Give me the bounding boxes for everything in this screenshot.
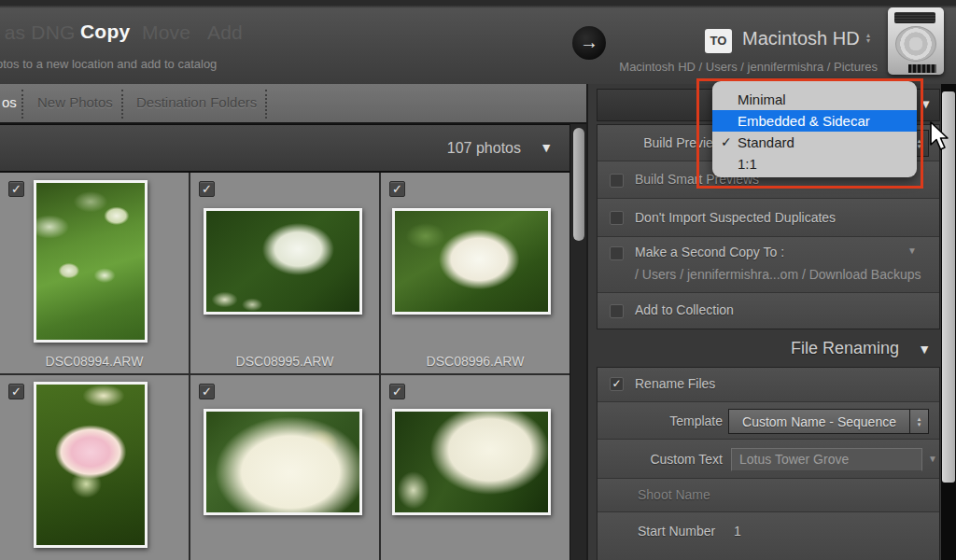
hdd-platter bbox=[895, 26, 936, 62]
destination-path: Macintosh HD / Users / jennifermishra / … bbox=[612, 60, 878, 74]
photo-thumbnail[interactable] bbox=[34, 180, 148, 343]
photo-include-checkbox[interactable]: ✓ bbox=[8, 181, 24, 197]
grid-scrollbar[interactable] bbox=[569, 124, 586, 560]
photo-thumbnail[interactable] bbox=[204, 409, 362, 515]
photo-thumbnail[interactable] bbox=[204, 208, 362, 315]
grid-header-bar: 107 photos ▼ bbox=[0, 124, 569, 173]
custom-text-label: Custom Text bbox=[650, 452, 723, 467]
second-copy-row: Make a Second Copy To : ▼ / Users / jenn… bbox=[598, 237, 939, 293]
photo-cell[interactable]: ✓ bbox=[381, 375, 569, 560]
second-copy-label: Make a Second Copy To : bbox=[635, 245, 784, 259]
photo-count: 107 photos bbox=[447, 140, 521, 157]
add-to-collection-label: Add to Collection bbox=[635, 302, 734, 317]
import-top-bar: y as DNG Copy Move Add otos to a new loc… bbox=[0, 0, 956, 84]
photo-include-checkbox[interactable]: ✓ bbox=[389, 181, 405, 197]
shoot-name-row: Shoot Name bbox=[598, 479, 939, 512]
rename-files-row: ✓ Rename Files bbox=[598, 368, 939, 402]
right-arrow-icon: → bbox=[580, 32, 598, 52]
forward-arrow-button[interactable]: → bbox=[572, 26, 606, 60]
photo-include-checkbox[interactable]: ✓ bbox=[199, 384, 215, 399]
template-label: Template bbox=[669, 413, 723, 428]
shoot-name-label: Shoot Name bbox=[638, 487, 710, 502]
template-dropdown[interactable]: Custom Name - Sequence ▴ ▾ bbox=[728, 409, 929, 434]
photo-include-checkbox[interactable]: ✓ bbox=[199, 181, 215, 197]
photo-filename: DSC08996.ARW bbox=[381, 354, 569, 369]
panel-scrollbar[interactable] bbox=[941, 84, 956, 560]
template-stepper-icon[interactable]: ▴ ▾ bbox=[909, 410, 928, 433]
template-row: Template Custom Name - Sequence ▴ ▾ bbox=[598, 402, 939, 440]
rename-files-checkbox[interactable]: ✓ bbox=[610, 377, 624, 391]
mode-move[interactable]: Move bbox=[142, 21, 190, 44]
to-badge: TO bbox=[705, 29, 732, 53]
second-copy-dropdown-triangle-icon[interactable]: ▼ bbox=[907, 245, 917, 256]
tab-new-photos[interactable]: New Photos bbox=[37, 94, 113, 110]
add-to-collection-checkbox[interactable] bbox=[610, 304, 624, 318]
file-renaming-disclosure-triangle-icon[interactable]: ▼ bbox=[918, 342, 931, 357]
mode-copy[interactable]: Copy bbox=[80, 21, 130, 43]
tab-divider bbox=[121, 90, 123, 119]
mode-copy-as-dng[interactable]: y as DNG bbox=[0, 21, 76, 44]
source-tab-strip: os New Photos Destination Folders bbox=[0, 84, 586, 124]
custom-text-dropdown-triangle-icon[interactable]: ▼ bbox=[928, 454, 937, 464]
photo-thumbnail[interactable] bbox=[34, 382, 148, 548]
rename-files-label: Rename Files bbox=[635, 376, 715, 391]
start-number-value[interactable]: 1 bbox=[734, 524, 741, 539]
file-renaming-header[interactable]: File Renaming ▼ bbox=[597, 331, 940, 367]
stepper-down-icon: ▾ bbox=[866, 38, 870, 44]
photo-cell[interactable]: ✓ DSC08995.ARW bbox=[190, 173, 379, 373]
check-icon: ✓ bbox=[392, 182, 402, 196]
dont-import-duplicates-label: Don't Import Suspected Duplicates bbox=[635, 210, 836, 225]
sort-dropdown-triangle-icon[interactable]: ▼ bbox=[540, 140, 553, 155]
file-renaming-group: ✓ Rename Files Template Custom Name - Se… bbox=[597, 367, 940, 560]
photo-filename: DSC08994.ARW bbox=[0, 354, 189, 369]
dont-import-duplicates-checkbox[interactable] bbox=[610, 211, 624, 225]
photo-cell[interactable]: ✓ DSC08994.ARW bbox=[0, 173, 189, 373]
file-renaming-title: File Renaming bbox=[791, 339, 899, 358]
start-number-label: Start Number bbox=[638, 524, 715, 539]
photo-include-checkbox[interactable]: ✓ bbox=[389, 384, 405, 399]
photo-grid: ✓ DSC08994.ARW ✓ DSC08995.ARW ✓ DSC08996… bbox=[0, 173, 569, 560]
photo-thumbnail[interactable] bbox=[392, 409, 551, 515]
tab-divider bbox=[21, 90, 23, 119]
photo-filename: DSC08995.ARW bbox=[190, 354, 379, 369]
check-icon: ✓ bbox=[202, 385, 212, 399]
photo-cell[interactable]: ✓ DSC08996.ARW bbox=[381, 173, 569, 373]
second-copy-path: / Users / jennifermishra...om / Download… bbox=[635, 267, 921, 282]
photo-cell[interactable]: ✓ bbox=[190, 375, 379, 560]
mouse-cursor bbox=[929, 121, 951, 153]
photo-cell[interactable]: ✓ bbox=[0, 375, 189, 560]
mode-description: otos to a new location and add to catalo… bbox=[0, 57, 217, 71]
stepper-down-icon: ▾ bbox=[918, 422, 921, 427]
mode-add[interactable]: Add bbox=[207, 21, 243, 44]
import-dialog: y as DNG Copy Move Add otos to a new loc… bbox=[0, 0, 956, 560]
check-icon: ✓ bbox=[612, 377, 621, 390]
check-icon: ✓ bbox=[202, 182, 212, 196]
custom-text-input[interactable]: Lotus Tower Grove bbox=[731, 448, 922, 471]
hdd-connector-pins bbox=[908, 64, 936, 73]
dont-import-duplicates-row: Don't Import Suspected Duplicates bbox=[598, 199, 939, 237]
destination-volume[interactable]: Macintosh HD bbox=[742, 28, 860, 49]
destination-stepper-icon[interactable]: ▴ ▾ bbox=[866, 33, 870, 44]
annotation-highlight-rectangle bbox=[696, 78, 923, 189]
check-icon: ✓ bbox=[11, 182, 21, 196]
hdd-label-strip bbox=[894, 12, 935, 23]
tab-divider bbox=[265, 90, 267, 119]
template-value: Custom Name - Sequence bbox=[729, 414, 909, 429]
check-icon: ✓ bbox=[11, 385, 21, 399]
tab-destination-folders[interactable]: Destination Folders bbox=[136, 94, 257, 110]
check-icon: ✓ bbox=[392, 385, 402, 399]
add-to-collection-row: Add to Collection bbox=[598, 293, 939, 329]
second-copy-checkbox[interactable] bbox=[610, 246, 624, 260]
tab-all-photos[interactable]: os bbox=[2, 94, 17, 110]
hard-drive-icon bbox=[888, 7, 944, 75]
photo-include-checkbox[interactable]: ✓ bbox=[8, 384, 24, 399]
custom-text-row: Custom Text Lotus Tower Grove ▼ bbox=[598, 440, 939, 479]
photo-thumbnail[interactable] bbox=[392, 208, 551, 315]
start-number-row: Start Number 1 bbox=[598, 512, 939, 560]
build-smart-previews-checkbox[interactable] bbox=[610, 174, 624, 188]
grid-scrollbar-thumb[interactable] bbox=[573, 128, 584, 241]
